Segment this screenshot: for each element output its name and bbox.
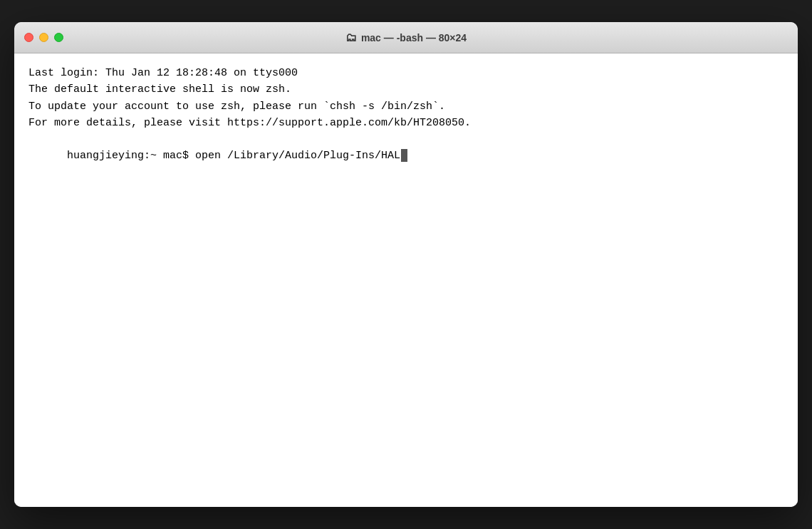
terminal-cursor [401,149,407,162]
maximize-button[interactable] [54,33,63,42]
traffic-lights [24,33,63,42]
terminal-line-3: The default interactive shell is now zsh… [28,81,784,98]
minimize-button[interactable] [39,33,48,42]
terminal-line-4: To update your account to use zsh, pleas… [28,98,784,115]
terminal-line-5: For more details, please visit https://s… [28,115,784,131]
title-text: mac — -bash — 80×24 [361,32,467,43]
window-title: 🗂 mac — -bash — 80×24 [345,31,467,44]
terminal-window: 🗂 mac — -bash — 80×24 Last login: Thu Ja… [14,22,798,507]
terminal-line-6: huangjieying:~ mac$ open /Library/Audio/… [28,131,784,181]
title-icon: 🗂 [345,31,357,44]
terminal-body[interactable]: Last login: Thu Jan 12 18:28:48 on ttys0… [14,53,798,507]
titlebar: 🗂 mac — -bash — 80×24 [14,22,798,53]
close-button[interactable] [24,33,33,42]
terminal-line-1: Last login: Thu Jan 12 18:28:48 on ttys0… [28,65,784,81]
